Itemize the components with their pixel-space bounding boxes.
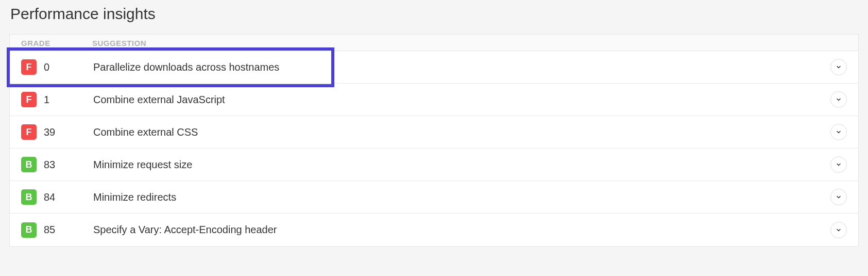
table-row[interactable]: B84Minimize redirects	[10, 181, 858, 214]
grade-column: F0	[21, 59, 93, 75]
grade-score: 1	[44, 94, 49, 106]
grade-score: 85	[44, 224, 55, 236]
page-title: Performance insights	[10, 5, 859, 23]
table-row[interactable]: F39Combine external CSS	[10, 116, 858, 149]
column-header-suggestion: SUGGESTION	[92, 39, 146, 47]
grade-column: F1	[21, 92, 93, 107]
expand-button[interactable]	[830, 156, 847, 173]
grade-badge: F	[21, 124, 37, 140]
grade-score: 84	[44, 191, 55, 203]
chevron-down-icon	[836, 227, 842, 233]
grade-badge: B	[21, 157, 37, 172]
expand-button[interactable]	[830, 124, 847, 140]
chevron-down-icon	[836, 129, 842, 135]
grade-badge: F	[21, 92, 37, 107]
chevron-down-icon	[836, 64, 842, 70]
expand-button[interactable]	[830, 59, 847, 75]
suggestion-text: Minimize redirects	[93, 191, 830, 203]
table-header: GRADE SUGGESTION	[10, 35, 858, 51]
grade-badge: B	[21, 189, 37, 205]
table-row[interactable]: B85Specify a Vary: Accept-Encoding heade…	[10, 214, 858, 246]
grade-column: B84	[21, 189, 93, 205]
insights-table: GRADE SUGGESTION F0Parallelize downloads…	[9, 34, 859, 247]
table-row[interactable]: B83Minimize request size	[10, 149, 858, 181]
expand-button[interactable]	[830, 91, 847, 108]
grade-column: B85	[21, 222, 93, 238]
table-row[interactable]: F1Combine external JavaScript	[10, 84, 858, 116]
suggestion-text: Minimize request size	[93, 159, 830, 171]
grade-score: 83	[44, 159, 55, 171]
grade-score: 0	[44, 61, 49, 73]
chevron-down-icon	[836, 161, 842, 168]
suggestion-text: Combine external JavaScript	[93, 94, 830, 106]
grade-badge: F	[21, 59, 37, 75]
chevron-down-icon	[836, 96, 842, 103]
suggestion-text: Combine external CSS	[93, 126, 830, 138]
chevron-down-icon	[836, 194, 842, 200]
table-row[interactable]: F0Parallelize downloads across hostnames	[10, 51, 858, 84]
column-header-grade: GRADE	[21, 39, 92, 47]
grade-badge: B	[21, 222, 37, 238]
expand-button[interactable]	[830, 189, 847, 205]
suggestion-text: Specify a Vary: Accept-Encoding header	[93, 224, 830, 236]
grade-score: 39	[44, 126, 55, 138]
grade-column: B83	[21, 157, 93, 172]
expand-button[interactable]	[830, 222, 847, 238]
grade-column: F39	[21, 124, 93, 140]
suggestion-text: Parallelize downloads across hostnames	[93, 61, 830, 73]
